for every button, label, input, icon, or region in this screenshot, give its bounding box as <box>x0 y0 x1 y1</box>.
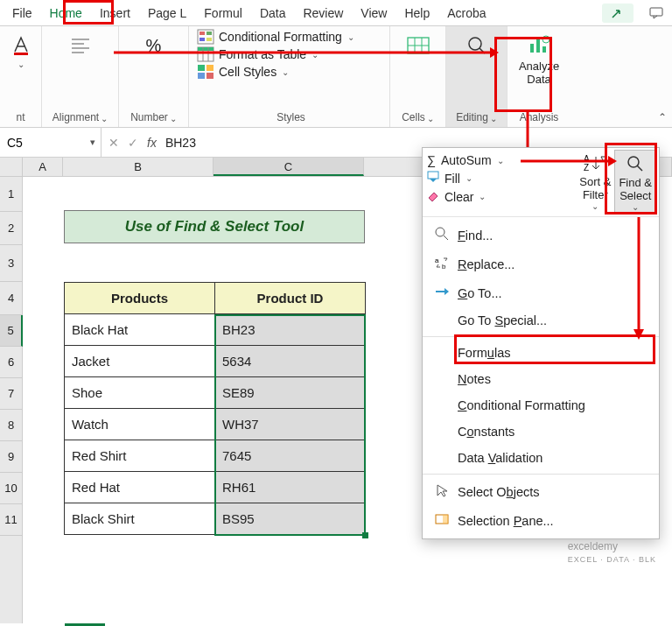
goto-icon <box>435 285 449 301</box>
format-as-table-button[interactable]: Format as Table ⌄ <box>198 47 354 61</box>
analysis-group-label: Analysis <box>520 111 559 123</box>
cell-B7[interactable]: Shoe <box>65 377 215 409</box>
col-C[interactable]: C <box>214 158 364 176</box>
menu-select-objects[interactable]: Select Objects <box>423 477 659 506</box>
menu-goto[interactable]: Go To... <box>423 278 659 307</box>
row-7[interactable]: 7 <box>0 378 23 410</box>
share-button[interactable] <box>602 4 634 23</box>
tab-page-layout[interactable]: Page L <box>139 2 195 25</box>
highlight-goto-special <box>454 334 655 364</box>
svg-point-37 <box>436 228 444 236</box>
title-merged-cell[interactable]: Use of Find & Select Tool <box>64 210 365 243</box>
select-all-corner[interactable] <box>0 158 23 176</box>
enter-icon[interactable]: ✓ <box>128 136 138 150</box>
cell-C6[interactable]: 5634 <box>215 346 366 377</box>
menu-notes[interactable]: Notes <box>423 366 659 392</box>
cell-C5[interactable]: BH23 <box>215 314 366 346</box>
cell-C7[interactable]: SE89 <box>215 377 366 409</box>
cell-B8[interactable]: Watch <box>65 409 215 440</box>
svg-rect-15 <box>198 65 205 71</box>
tab-formulas[interactable]: Formul <box>195 2 251 25</box>
cell-C11[interactable]: BS95 <box>215 503 366 535</box>
row-1[interactable]: 1 <box>0 177 23 212</box>
eraser-icon <box>427 189 439 204</box>
tab-view[interactable]: View <box>352 2 396 25</box>
row-5[interactable]: 5 <box>0 315 23 347</box>
pane-icon <box>435 512 449 529</box>
formula-value[interactable]: BH23 <box>165 136 196 150</box>
row-8[interactable]: 8 <box>0 410 23 441</box>
tab-data[interactable]: Data <box>251 2 295 25</box>
autosum-button[interactable]: ∑AutoSum ⌄ <box>427 153 574 167</box>
cell-B9[interactable]: Red Shirt <box>65 440 215 472</box>
svg-rect-0 <box>650 8 662 16</box>
replace-icon: ab <box>435 256 449 272</box>
cancel-icon[interactable]: ✕ <box>108 136 119 150</box>
cell-B11[interactable]: Black Shirt <box>65 503 215 535</box>
svg-rect-32 <box>428 172 438 179</box>
fill-handle[interactable] <box>362 532 368 538</box>
conditional-formatting-button[interactable]: Conditional Formatting ⌄ <box>198 30 354 44</box>
menu-replace[interactable]: abReplace... <box>423 250 659 278</box>
cell-styles-button[interactable]: Cell Styles ⌄ <box>198 65 354 79</box>
collapse-ribbon-icon[interactable]: ⌃ <box>658 111 667 123</box>
row-9[interactable]: 9 <box>0 441 23 473</box>
name-box[interactable] <box>0 128 102 157</box>
cells-button[interactable] <box>401 30 436 63</box>
tab-acrobat[interactable]: Acroba <box>438 2 494 25</box>
row-10[interactable]: 10 <box>0 473 23 504</box>
clear-button[interactable]: Clear ⌄ <box>427 189 574 204</box>
cell-C10[interactable]: RH61 <box>215 472 366 503</box>
cell-C8[interactable]: WH37 <box>215 409 366 440</box>
col-B[interactable]: B <box>63 158 214 176</box>
font-color-button[interactable]: ⌄ <box>4 30 38 73</box>
fill-button[interactable]: Fill ⌄ <box>427 171 574 186</box>
menu-cond-fmt[interactable]: Conditional Formatting <box>423 392 659 419</box>
data-table: Products Product ID Black HatBH23 Jacket… <box>64 282 366 535</box>
row-6[interactable]: 6 <box>0 347 23 378</box>
highlight-home-tab <box>63 0 114 25</box>
svg-rect-9 <box>200 38 205 41</box>
cell-C9[interactable]: 7645 <box>215 440 366 472</box>
svg-rect-17 <box>198 73 205 79</box>
sigma-icon: ∑ <box>427 153 436 167</box>
alignment-label: Alignment <box>52 111 99 123</box>
ribbon: ⌄ nt Alignment⌄ % Number⌄ Conditional Fo… <box>0 26 672 128</box>
cell-styles-label: Cell Styles <box>219 65 276 79</box>
svg-rect-16 <box>206 65 214 71</box>
header-product-id[interactable]: Product ID <box>215 283 366 314</box>
row-2[interactable]: 2 <box>0 212 23 245</box>
watermark: exceldemy EXCEL · DATA · BLK <box>568 540 656 565</box>
svg-point-23 <box>469 38 481 50</box>
col-A[interactable]: A <box>23 158 63 176</box>
menu-goto-special[interactable]: Go To Special... <box>423 307 659 334</box>
svg-line-38 <box>444 236 448 240</box>
svg-rect-44 <box>443 515 448 524</box>
find-icon <box>435 227 449 243</box>
name-box-input[interactable] <box>7 136 60 150</box>
menu-data-validation[interactable]: Data Validation <box>423 445 659 471</box>
svg-rect-18 <box>206 73 214 79</box>
menu-constants[interactable]: Constants <box>423 419 659 445</box>
tab-review[interactable]: Review <box>294 2 352 25</box>
menu-find[interactable]: Find... <box>423 221 659 250</box>
tab-help[interactable]: Help <box>396 2 438 25</box>
row-4[interactable]: 4 <box>0 282 23 315</box>
row-blank[interactable] <box>0 536 23 623</box>
fill-down-icon <box>427 171 439 186</box>
comments-button[interactable] <box>640 4 672 23</box>
svg-rect-10 <box>206 38 212 41</box>
cell-B10[interactable]: Red Hat <box>65 472 215 503</box>
cell-B6[interactable]: Jacket <box>65 346 215 377</box>
fx-icon[interactable]: fx <box>147 136 157 150</box>
header-products[interactable]: Products <box>65 283 215 314</box>
row-11[interactable]: 11 <box>0 504 23 536</box>
cell-B5[interactable]: Black Hat <box>65 314 215 346</box>
svg-text:a: a <box>435 257 439 264</box>
tab-file[interactable]: File <box>4 2 41 25</box>
number-format-button[interactable]: % <box>136 30 172 63</box>
row-3[interactable]: 3 <box>0 245 23 282</box>
alignment-button[interactable] <box>63 30 98 63</box>
menu-selection-pane[interactable]: Selection Pane... <box>423 506 659 535</box>
cells-label: Cells <box>402 111 425 123</box>
